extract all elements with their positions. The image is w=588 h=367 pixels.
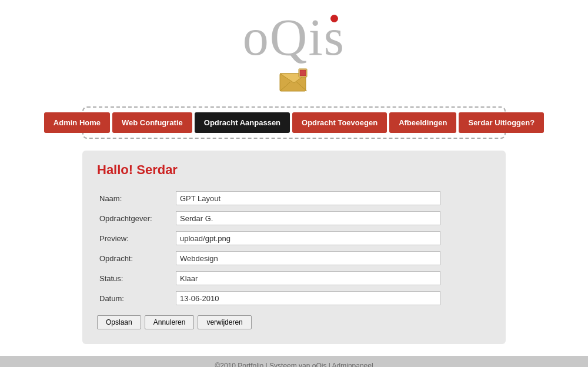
- mail-icon: [279, 66, 309, 94]
- logo-text-2: is: [308, 9, 345, 66]
- site-logo: oQis: [243, 12, 345, 64]
- input-opdracht[interactable]: [176, 251, 440, 265]
- form-actions: Opslaan Annuleren verwijderen: [97, 315, 491, 329]
- field-naam: Naam:: [97, 188, 491, 208]
- label-opdrachtgever: Opdrachtgever:: [97, 208, 173, 228]
- nav-uitloggen[interactable]: Serdar Uitloggen?: [459, 112, 544, 133]
- field-status: Status:: [97, 268, 491, 288]
- cancel-button[interactable]: Annuleren: [145, 315, 195, 329]
- nav-bar: Admin Home Web Confugratie Opdracht Aanp…: [82, 106, 506, 139]
- label-preview: Preview:: [97, 228, 173, 248]
- nav-opdracht-aanpassen[interactable]: Opdracht Aanpassen: [195, 112, 290, 133]
- nav-opdracht-toevoegen[interactable]: Opdracht Toevoegen: [292, 112, 387, 133]
- greeting: Hallo! Serdar: [97, 162, 491, 178]
- mail-icon-area: [279, 66, 309, 96]
- label-opdracht: Opdracht:: [97, 248, 173, 268]
- field-opdracht: Opdracht:: [97, 248, 491, 268]
- input-datum[interactable]: [176, 291, 440, 305]
- input-naam[interactable]: [176, 191, 440, 205]
- logo-text: oQ: [243, 9, 309, 66]
- logo-area: oQis: [243, 0, 345, 106]
- content-panel: Hallo! Serdar Naam: Opdrachtgever: Previ…: [82, 151, 506, 344]
- label-naam: Naam:: [97, 188, 173, 208]
- input-status[interactable]: [176, 271, 440, 285]
- field-datum: Datum:: [97, 288, 491, 308]
- input-opdrachtgever[interactable]: [176, 211, 440, 225]
- label-datum: Datum:: [97, 288, 173, 308]
- field-opdrachtgever: Opdrachtgever:: [97, 208, 491, 228]
- nav-afbeeldingen[interactable]: Afbeeldingen: [389, 112, 456, 133]
- input-preview[interactable]: [176, 231, 440, 245]
- main-wrapper: oQis Admin Home Web Confugratie Opdracht…: [0, 0, 588, 356]
- label-status: Status:: [97, 268, 173, 288]
- footer-text: ©2010 Portfolio | Systeem van oQis | Adm…: [215, 362, 373, 367]
- form-table: Naam: Opdrachtgever: Preview: Opdracht: …: [97, 188, 491, 308]
- svg-rect-5: [300, 70, 306, 76]
- delete-button[interactable]: verwijderen: [198, 315, 251, 329]
- field-preview: Preview:: [97, 228, 491, 248]
- nav-web-confugratie[interactable]: Web Confugratie: [112, 112, 192, 133]
- save-button[interactable]: Opslaan: [97, 315, 141, 329]
- footer-bar: ©2010 Portfolio | Systeem van oQis | Adm…: [0, 356, 588, 367]
- nav-admin-home[interactable]: Admin Home: [44, 112, 110, 133]
